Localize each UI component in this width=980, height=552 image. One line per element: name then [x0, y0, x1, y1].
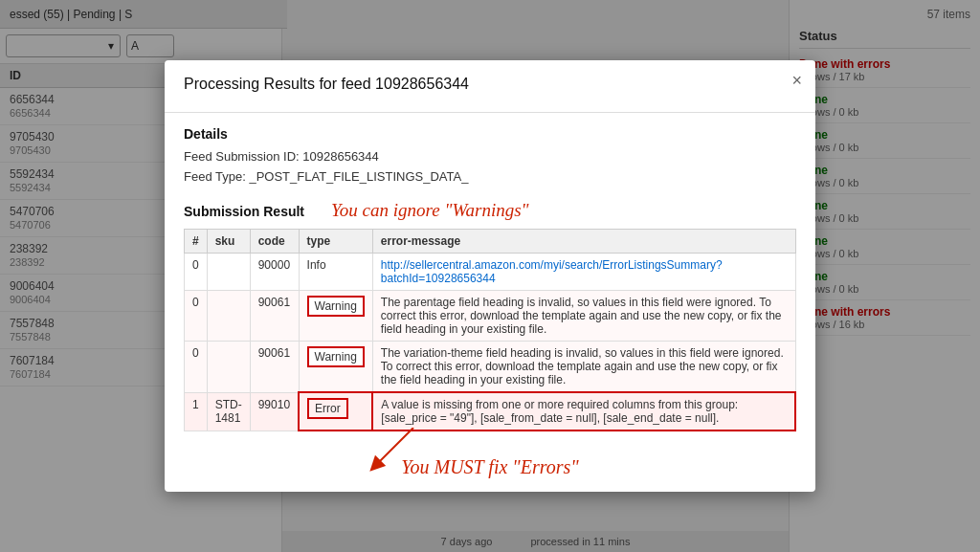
annotation-errors: You MUST fix "Errors"	[184, 456, 796, 478]
col-message: error-message	[372, 230, 795, 254]
modal-overlay: Processing Results for feed 10928656344 …	[0, 0, 980, 552]
cell-sku	[207, 342, 250, 393]
result-table: # sku code type error-message 0 90000 In…	[184, 229, 796, 431]
cell-message: The variation-theme field heading is inv…	[372, 342, 795, 393]
details-section: Details Feed Submission ID: 10928656344 …	[184, 126, 796, 188]
cell-code: 90061	[250, 291, 299, 342]
table-body: 0 90000 Info http://sellercentral.amazon…	[185, 254, 796, 431]
cell-num: 0	[185, 254, 208, 291]
submission-result-row: Submission Result You can ignore "Warnin…	[184, 200, 796, 221]
submission-result-label: Submission Result	[184, 204, 304, 219]
modal-header: Processing Results for feed 10928656344 …	[165, 60, 815, 113]
cell-sku: STD-1481	[207, 392, 250, 431]
modal-close-button[interactable]: ×	[791, 72, 802, 89]
cell-code: 90000	[250, 254, 299, 291]
warning-badge: Warning	[307, 346, 365, 367]
info-link[interactable]: http://sellercentral.amazon.com/myi/sear…	[381, 258, 723, 285]
cell-sku	[207, 254, 250, 291]
modal-body: Details Feed Submission ID: 10928656344 …	[165, 113, 815, 493]
col-code: code	[250, 230, 299, 254]
table-head: # sku code type error-message	[185, 230, 796, 254]
cell-num: 0	[185, 342, 208, 393]
table-header-row: # sku code type error-message	[185, 230, 796, 254]
cell-type-warning: Warning	[299, 342, 372, 393]
col-num: #	[185, 230, 208, 254]
cell-message: http://sellercentral.amazon.com/myi/sear…	[372, 254, 795, 291]
table-row: 0 90061 Warning The variation-theme fiel…	[185, 342, 796, 393]
cell-message-error: A value is missing from one or more requ…	[372, 392, 795, 431]
cell-sku	[207, 291, 250, 342]
details-title: Details	[184, 126, 796, 142]
cell-type-warning: Warning	[299, 291, 372, 342]
feed-type: Feed Type: _POST_FLAT_FILE_LISTINGS_DATA…	[184, 167, 796, 188]
warning-badge: Warning	[307, 296, 365, 317]
table-row: 0 90061 Warning The parentage field head…	[185, 291, 796, 342]
cell-code: 90061	[250, 342, 299, 393]
col-sku: sku	[207, 230, 250, 254]
arrow-svg	[356, 428, 452, 475]
error-badge: Error	[307, 398, 348, 419]
feed-submission-id: Feed Submission ID: 10928656344	[184, 147, 796, 167]
col-type: type	[299, 230, 372, 254]
cell-num: 0	[185, 291, 208, 342]
cell-num: 1	[185, 392, 208, 431]
modal-title: Processing Results for feed 10928656344	[184, 76, 777, 93]
table-row: 0 90000 Info http://sellercentral.amazon…	[185, 254, 796, 291]
cell-code: 99010	[250, 392, 299, 431]
annotation-warnings: You can ignore "Warnings"	[331, 200, 529, 221]
cell-message: The parentage field heading is invalid, …	[372, 291, 795, 342]
cell-type-error: Error	[299, 392, 372, 431]
arrow-area	[184, 441, 796, 451]
table-row: 1 STD-1481 99010 Error A value is missin…	[185, 392, 796, 431]
modal-dialog: Processing Results for feed 10928656344 …	[165, 60, 815, 493]
cell-type: Info	[299, 254, 372, 291]
